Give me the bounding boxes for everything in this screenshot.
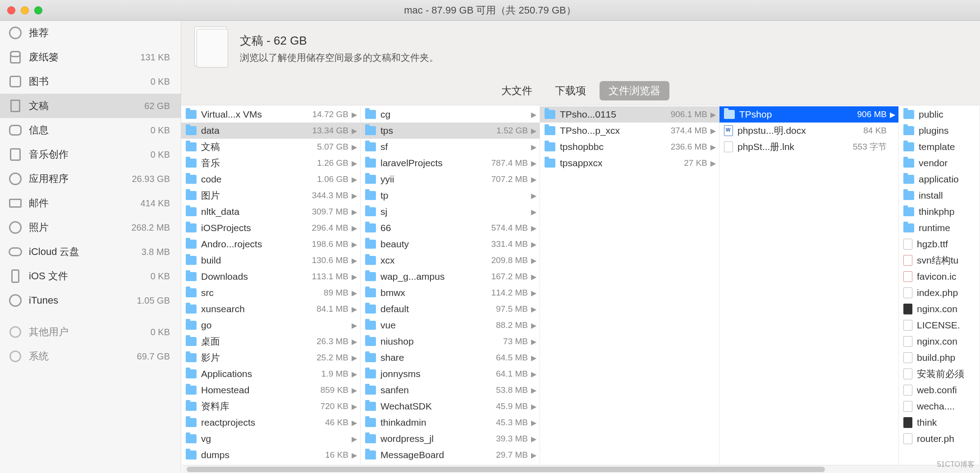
file-row[interactable]: web.confi <box>899 382 980 398</box>
file-row[interactable]: nginx.con <box>899 333 980 350</box>
file-row[interactable]: laravelProjects 787.4 MB ▶ <box>361 155 540 171</box>
sidebar-item-users[interactable]: 其他用户 0 KB <box>0 320 181 344</box>
sidebar-item-ios[interactable]: iOS 文件 0 KB <box>0 264 181 288</box>
sidebar-item-system[interactable]: 系统 69.7 GB <box>0 344 181 368</box>
file-row[interactable]: 桌面 26.3 MB ▶ <box>181 333 360 350</box>
file-row[interactable]: tp ▶ <box>361 187 540 204</box>
sidebar-item-messages[interactable]: 信息 0 KB <box>0 118 181 142</box>
file-row[interactable]: code 1.06 GB ▶ <box>181 171 360 187</box>
sidebar-item-icloud[interactable]: iCloud 云盘 3.8 MB <box>0 240 181 264</box>
file-row[interactable]: jonnysms 64.1 MB ▶ <box>361 366 540 382</box>
file-row[interactable]: TPshop 906 MB ▶ <box>719 106 898 123</box>
browser-column[interactable]: TPsho...0115 906.1 MB ▶ TPsho...p_xcx 37… <box>540 106 719 473</box>
browser-column[interactable]: TPshop 906 MB ▶ phpstu...明.docx 84 KB ph… <box>719 106 899 473</box>
tab-下载项[interactable]: 下载项 <box>546 81 595 100</box>
file-row[interactable]: svn结构tu <box>899 252 980 268</box>
sidebar-item-trash[interactable]: 废纸篓 131 KB <box>0 45 181 69</box>
file-row[interactable]: TPsho...0115 906.1 MB ▶ <box>540 106 719 123</box>
zoom-button[interactable] <box>34 6 42 14</box>
file-row[interactable]: phpSt...册.lnk 553 字节 <box>719 139 898 155</box>
sidebar-item-apps[interactable]: 应用程序 26.93 GB <box>0 167 181 191</box>
file-row[interactable]: sf ▶ <box>361 139 540 155</box>
file-row[interactable]: nltk_data 309.7 MB ▶ <box>181 204 360 220</box>
file-row[interactable]: Virtual...x VMs 14.72 GB ▶ <box>181 106 360 123</box>
tab-文件浏览器[interactable]: 文件浏览器 <box>600 81 669 100</box>
file-row[interactable]: 文稿 5.07 GB ▶ <box>181 139 360 155</box>
file-row[interactable]: build.php <box>899 350 980 366</box>
file-row[interactable]: index.php <box>899 285 980 301</box>
file-row[interactable]: thinkadmin 45.3 MB ▶ <box>361 414 540 431</box>
browser-column[interactable]: cg ▶ tps 1.52 GB ▶ sf ▶ laravelProjects … <box>361 106 540 473</box>
file-row[interactable]: think <box>899 414 980 431</box>
file-row[interactable]: sj ▶ <box>361 204 540 220</box>
file-row[interactable]: runtime <box>899 220 980 236</box>
sidebar-item-books[interactable]: 图书 0 KB <box>0 69 181 94</box>
file-row[interactable]: favicon.ic <box>899 268 980 285</box>
folder-icon <box>186 402 197 411</box>
file-row[interactable]: tpsappxcx 27 KB ▶ <box>540 155 719 171</box>
file-row[interactable]: install <box>899 187 980 204</box>
file-row[interactable]: share 64.5 MB ▶ <box>361 350 540 366</box>
file-row[interactable]: Downloads 113.1 MB ▶ <box>181 268 360 285</box>
file-row[interactable]: applicatio <box>899 171 980 187</box>
sidebar-item-itunes[interactable]: iTunes 1.05 GB <box>0 288 181 313</box>
minimize-button[interactable] <box>21 6 29 14</box>
sidebar-item-docs[interactable]: 文稿 62 GB <box>0 94 181 118</box>
browser-column[interactable]: Virtual...x VMs 14.72 GB ▶ data 13.34 GB… <box>181 106 361 473</box>
file-row[interactable]: Homestead 859 KB ▶ <box>181 382 360 398</box>
file-row[interactable]: dumps 16 KB ▶ <box>181 447 360 463</box>
file-row[interactable]: phpstu...明.docx 84 KB <box>719 123 898 139</box>
browser-column[interactable]: public plugins template vendor applicati… <box>899 106 980 473</box>
file-row[interactable]: iOSProjects 296.4 MB ▶ <box>181 220 360 236</box>
file-row[interactable]: WechatSDK 45.9 MB ▶ <box>361 398 540 414</box>
file-row[interactable]: tps 1.52 GB ▶ <box>361 123 540 139</box>
sidebar-item-music[interactable]: 音乐创作 0 KB <box>0 142 181 167</box>
close-button[interactable] <box>7 6 15 14</box>
file-row[interactable]: vendor <box>899 155 980 171</box>
file-row[interactable]: beauty 331.4 MB ▶ <box>361 236 540 252</box>
file-row[interactable]: 影片 25.2 MB ▶ <box>181 350 360 366</box>
file-row[interactable]: wap_g...ampus 167.2 MB ▶ <box>361 268 540 285</box>
file-row[interactable]: go ▶ <box>181 317 360 333</box>
file-row[interactable]: niushop 73 MB ▶ <box>361 333 540 350</box>
file-row[interactable]: bmwx 114.2 MB ▶ <box>361 285 540 301</box>
file-row[interactable]: wecha.... <box>899 398 980 414</box>
scrollbar-thumb[interactable] <box>187 467 825 472</box>
sidebar-recommend[interactable]: 推荐 <box>0 21 181 45</box>
file-row[interactable]: xunsearch 84.1 MB ▶ <box>181 301 360 317</box>
file-row[interactable]: MessageBoard 29.7 MB ▶ <box>361 447 540 463</box>
file-row[interactable]: public <box>899 106 980 123</box>
file-row[interactable]: 安装前必须 <box>899 366 980 382</box>
horizontal-scrollbar[interactable] <box>182 465 980 473</box>
file-row[interactable]: hgzb.ttf <box>899 236 980 252</box>
file-row[interactable]: default 97.5 MB ▶ <box>361 301 540 317</box>
file-row[interactable]: wordpress_jl 39.3 MB ▶ <box>361 431 540 447</box>
file-row[interactable]: router.ph <box>899 431 980 447</box>
file-row[interactable]: vg ▶ <box>181 431 360 447</box>
file-row[interactable]: vue 88.2 MB ▶ <box>361 317 540 333</box>
file-row[interactable]: 资料库 720 KB ▶ <box>181 398 360 414</box>
file-row[interactable]: src 89 MB ▶ <box>181 285 360 301</box>
file-row[interactable]: nginx.con <box>899 301 980 317</box>
file-row[interactable]: Andro...rojects 198.6 MB ▶ <box>181 236 360 252</box>
file-row[interactable]: 66 574.4 MB ▶ <box>361 220 540 236</box>
file-row[interactable]: tpshopbbc 236.6 MB ▶ <box>540 139 719 155</box>
file-row[interactable]: build 130.6 MB ▶ <box>181 252 360 268</box>
file-row[interactable]: template <box>899 139 980 155</box>
sidebar-item-mail[interactable]: 邮件 414 KB <box>0 191 181 215</box>
file-row[interactable]: yyii 707.2 MB ▶ <box>361 171 540 187</box>
tab-大文件[interactable]: 大文件 <box>492 81 541 100</box>
file-row[interactable]: 音乐 1.26 GB ▶ <box>181 155 360 171</box>
file-row[interactable]: 图片 344.3 MB ▶ <box>181 187 360 204</box>
sidebar-item-photos[interactable]: 照片 268.2 MB <box>0 215 181 240</box>
file-row[interactable]: Applications 1.9 MB ▶ <box>181 366 360 382</box>
file-row[interactable]: data 13.34 GB ▶ <box>181 123 360 139</box>
file-row[interactable]: cg ▶ <box>361 106 540 123</box>
file-row[interactable]: reactprojects 46 KB ▶ <box>181 414 360 431</box>
file-row[interactable]: plugins <box>899 123 980 139</box>
file-row[interactable]: xcx 209.8 MB ▶ <box>361 252 540 268</box>
file-row[interactable]: thinkphp <box>899 204 980 220</box>
file-row[interactable]: TPsho...p_xcx 374.4 MB ▶ <box>540 123 719 139</box>
file-row[interactable]: sanfen 53.8 MB ▶ <box>361 382 540 398</box>
file-row[interactable]: LICENSE. <box>899 317 980 333</box>
